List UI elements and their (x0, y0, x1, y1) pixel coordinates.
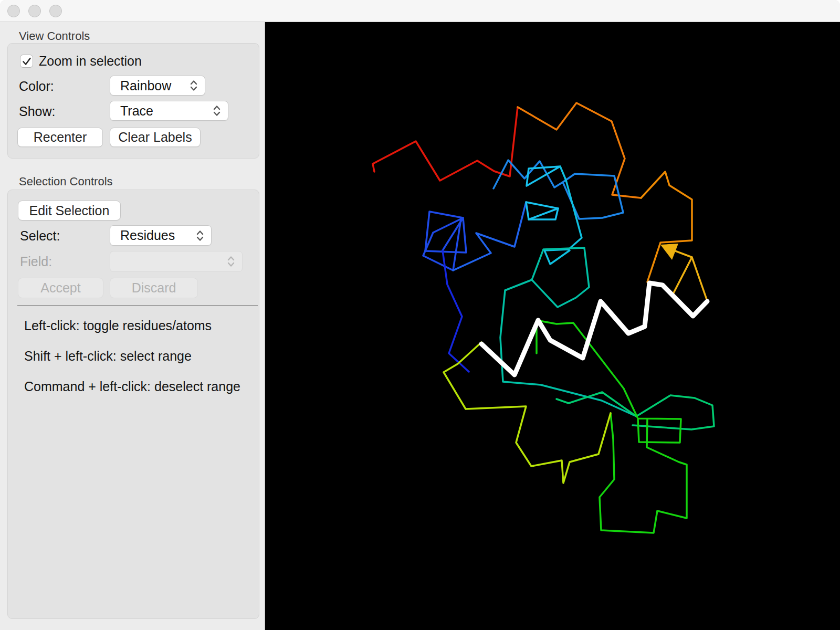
selection-controls-header: Selection Controls (19, 174, 113, 189)
trace-gold-b (674, 257, 692, 293)
app-window: View Controls Zoom in selection Color: R… (0, 0, 840, 630)
popup-chevrons-icon (226, 255, 236, 268)
molecule-svg (265, 22, 840, 630)
select-label: Select: (20, 228, 60, 244)
trace-green-rect (638, 418, 681, 443)
selected-residues (481, 283, 707, 375)
zoom-in-selection-label: Zoom in selection (39, 52, 142, 69)
clear-labels-button[interactable]: Clear Labels (110, 128, 201, 147)
discard-button: Discard (110, 278, 198, 298)
controls-sidebar: View Controls Zoom in selection Color: R… (0, 22, 265, 630)
help-left-click: Left-click: toggle residues/atoms (24, 317, 212, 334)
trace-green-diagonal (537, 320, 637, 417)
title-bar[interactable] (0, 0, 840, 22)
separator (17, 305, 258, 306)
trace-royal-kite-2 (423, 219, 461, 270)
color-popup-value: Rainbow (110, 78, 189, 93)
field-popup (110, 251, 243, 272)
popup-chevrons-icon (189, 79, 198, 92)
view-controls-header: View Controls (19, 29, 90, 44)
recenter-button[interactable]: Recenter (17, 128, 103, 147)
help-shift-click: Shift + left-click: select range (24, 348, 192, 364)
color-label: Color: (19, 78, 54, 94)
trace-orange (518, 103, 641, 198)
trace-green-loop (600, 413, 687, 533)
show-popup[interactable]: Trace (110, 101, 228, 121)
popup-chevrons-icon (212, 104, 222, 117)
edit-selection-button[interactable]: Edit Selection (18, 201, 121, 220)
show-label: Show: (19, 103, 55, 119)
popup-chevrons-icon (195, 229, 205, 242)
molecule-viewport[interactable] (265, 22, 840, 630)
maximize-button[interactable] (49, 5, 62, 17)
checkmark-icon (21, 56, 33, 67)
trace-red (373, 107, 518, 181)
trace-cyan-sq-diag (529, 208, 558, 219)
color-popup[interactable]: Rainbow (110, 76, 205, 96)
accept-button: Accept (18, 278, 103, 298)
close-button[interactable] (7, 5, 20, 17)
trace-orange-right (641, 172, 692, 282)
select-popup[interactable]: Residues (110, 225, 212, 246)
field-label: Field: (20, 254, 52, 269)
trace-chartreuse (444, 342, 611, 483)
show-popup-value: Trace (110, 103, 212, 119)
help-command-click: Command + left-click: deselect range (24, 378, 240, 395)
minimize-button[interactable] (28, 5, 41, 17)
select-popup-value: Residues (110, 228, 195, 243)
zoom-in-selection-checkbox[interactable] (20, 55, 33, 68)
